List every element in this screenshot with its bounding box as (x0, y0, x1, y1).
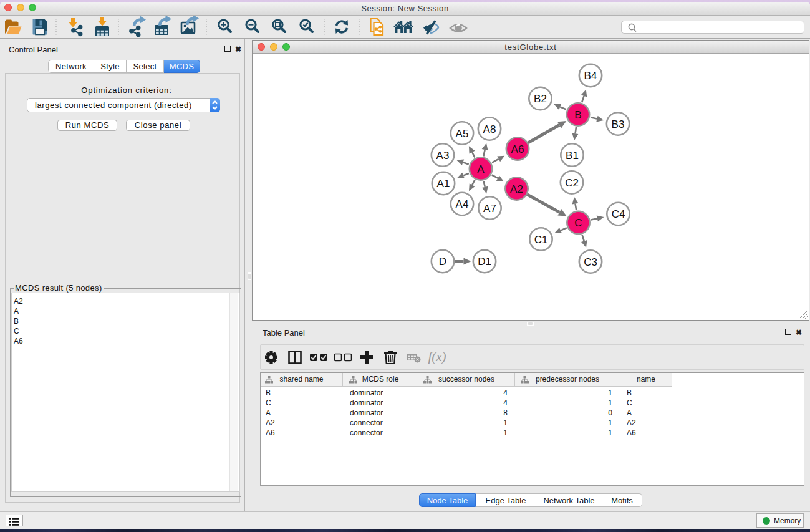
svg-text:A5: A5 (456, 128, 469, 140)
svg-text:B4: B4 (584, 70, 597, 82)
svg-text:B1: B1 (566, 150, 579, 162)
svg-text:A: A (477, 163, 485, 175)
svg-text:B2: B2 (534, 93, 547, 105)
svg-text:A8: A8 (483, 123, 496, 135)
svg-text:C4: C4 (612, 208, 625, 220)
svg-text:A4: A4 (456, 198, 469, 210)
svg-text:D: D (439, 256, 446, 268)
svg-text:C3: C3 (584, 256, 597, 268)
svg-text:A1: A1 (437, 178, 450, 190)
svg-text:A3: A3 (436, 150, 450, 162)
svg-text:A2: A2 (510, 183, 523, 195)
svg-text:A7: A7 (483, 203, 496, 215)
svg-text:B: B (574, 109, 581, 121)
svg-text:f(x): f(x) (428, 349, 446, 364)
svg-text:C1: C1 (534, 234, 548, 246)
svg-text:C: C (574, 217, 582, 229)
svg-text:C2: C2 (565, 177, 579, 189)
svg-text:A6: A6 (511, 143, 524, 155)
svg-text:D1: D1 (478, 256, 491, 268)
svg-text:B3: B3 (612, 118, 625, 130)
